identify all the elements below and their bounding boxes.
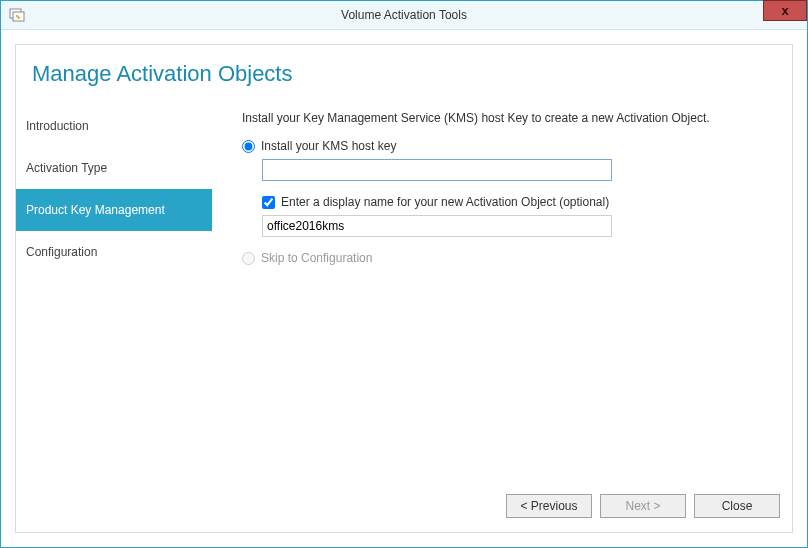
radio-skip-label: Skip to Configuration	[261, 251, 372, 265]
option-install-kms-key[interactable]: Install your KMS host key	[242, 139, 772, 153]
main-area: Install your Key Management Service (KMS…	[212, 93, 792, 484]
page-heading: Manage Activation Objects	[16, 45, 792, 93]
instruction-text: Install your Key Management Service (KMS…	[242, 111, 772, 125]
close-button[interactable]: Close	[694, 494, 780, 518]
wizard-panel: Manage Activation Objects Introduction A…	[15, 44, 793, 533]
sidebar-item-product-key-management[interactable]: Product Key Management	[16, 189, 212, 231]
radio-install-kms-key-label: Install your KMS host key	[261, 139, 396, 153]
display-name-input-row	[262, 215, 772, 237]
footer: < Previous Next > Close	[16, 484, 792, 532]
window-root: Volume Activation Tools x Manage Activat…	[0, 0, 808, 548]
next-button[interactable]: Next >	[600, 494, 686, 518]
window-close-button[interactable]: x	[763, 0, 807, 21]
body: Introduction Activation Type Product Key…	[16, 93, 792, 484]
sidebar-item-label: Configuration	[26, 245, 97, 259]
window-title: Volume Activation Tools	[1, 8, 807, 22]
close-icon: x	[781, 3, 788, 18]
kms-key-input-row	[262, 159, 772, 181]
kms-host-key-input[interactable]	[262, 159, 612, 181]
display-name-input[interactable]	[262, 215, 612, 237]
sidebar-item-configuration[interactable]: Configuration	[16, 231, 212, 273]
checkbox-display-name-label: Enter a display name for your new Activa…	[281, 195, 609, 209]
sidebar: Introduction Activation Type Product Key…	[16, 93, 212, 484]
option-skip-to-configuration: Skip to Configuration	[242, 251, 772, 265]
option-display-name[interactable]: Enter a display name for your new Activa…	[262, 195, 772, 209]
sidebar-item-introduction[interactable]: Introduction	[16, 105, 212, 147]
sidebar-item-label: Product Key Management	[26, 203, 165, 217]
previous-button[interactable]: < Previous	[506, 494, 592, 518]
sidebar-item-activation-type[interactable]: Activation Type	[16, 147, 212, 189]
radio-skip-to-configuration	[242, 252, 255, 265]
sidebar-item-label: Activation Type	[26, 161, 107, 175]
app-icon	[9, 7, 25, 23]
content-wrapper: Manage Activation Objects Introduction A…	[1, 30, 807, 547]
checkbox-display-name[interactable]	[262, 196, 275, 209]
sidebar-item-label: Introduction	[26, 119, 89, 133]
titlebar: Volume Activation Tools x	[1, 1, 807, 30]
radio-install-kms-key[interactable]	[242, 140, 255, 153]
